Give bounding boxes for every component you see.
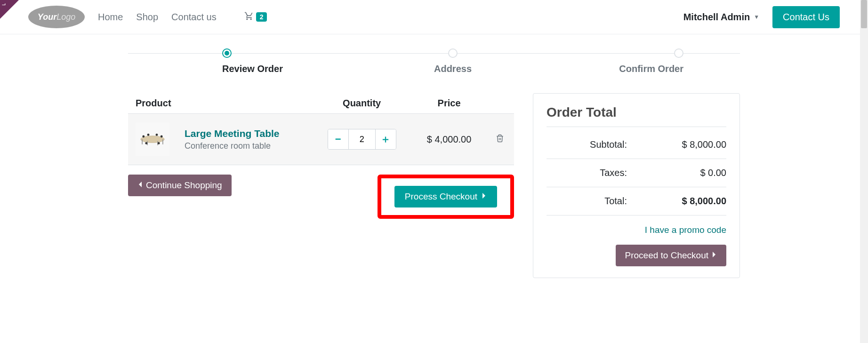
step-review[interactable]: Review Order — [128, 48, 376, 74]
user-menu[interactable]: Mitchell Admin ▼ — [683, 12, 759, 23]
chevron-right-icon — [711, 250, 717, 261]
corner-edit-handle[interactable] — [0, 0, 19, 19]
topbar: YourLogo Home Shop Contact us 2 Mitchell… — [0, 0, 868, 34]
cart-table: Product Quantity Price — [128, 93, 514, 165]
cart-icon — [244, 11, 254, 23]
col-product: Product — [128, 93, 311, 114]
highlight-box: Process Checkout — [378, 175, 514, 219]
qty-increase-button[interactable]: ＋ — [375, 129, 396, 149]
order-summary: Order Total Subtotal: $ 8,000.00 Taxes: … — [533, 93, 740, 278]
line-price: $ 4,000.00 — [413, 114, 485, 165]
contact-us-button[interactable]: Contact Us — [772, 6, 840, 28]
product-name-link[interactable]: Large Meeting Table — [185, 128, 279, 139]
cart-count-badge: 2 — [256, 12, 267, 22]
promo-code-link[interactable]: I have a promo code — [547, 225, 726, 235]
logo[interactable]: YourLogo — [28, 6, 85, 28]
caret-down-icon: ▼ — [754, 14, 759, 20]
user-name: Mitchell Admin — [683, 12, 750, 23]
col-quantity: Quantity — [311, 93, 413, 114]
svg-rect-1 — [142, 139, 143, 144]
svg-point-10 — [158, 142, 160, 144]
svg-rect-2 — [162, 139, 163, 144]
step-dot — [674, 48, 683, 58]
logo-your: Your — [38, 12, 56, 22]
remove-item-button[interactable] — [496, 134, 504, 145]
qty-input[interactable] — [349, 129, 375, 149]
proceed-to-checkout-button[interactable]: Proceed to Checkout — [616, 245, 726, 266]
process-checkout-button[interactable]: Process Checkout — [394, 186, 497, 207]
trash-icon — [496, 134, 504, 143]
subtotal-label: Subtotal: — [547, 139, 646, 150]
taxes-value: $ 0.00 — [646, 168, 726, 178]
product-image[interactable] — [136, 122, 169, 156]
summary-title: Order Total — [547, 105, 726, 127]
svg-point-7 — [156, 134, 158, 136]
scrollbar[interactable] — [860, 0, 868, 292]
step-dot — [448, 48, 458, 58]
step-address[interactable]: Address — [376, 48, 530, 74]
total-value: $ 8,000.00 — [646, 196, 726, 207]
col-price: Price — [413, 93, 485, 114]
taxes-label: Taxes: — [547, 168, 646, 178]
chevron-right-icon — [481, 191, 487, 202]
total-label: Total: — [547, 196, 646, 207]
table-row: Large Meeting Table Conference room tabl… — [128, 114, 514, 165]
svg-point-5 — [142, 136, 145, 138]
continue-shopping-button[interactable]: Continue Shopping — [128, 175, 232, 196]
svg-point-6 — [147, 134, 150, 136]
logo-logo: Logo — [56, 12, 75, 22]
nav-contact[interactable]: Contact us — [171, 12, 217, 23]
step-dot-active — [222, 48, 232, 58]
svg-point-8 — [161, 136, 163, 138]
subtotal-value: $ 8,000.00 — [646, 139, 726, 150]
svg-point-9 — [145, 142, 147, 144]
step-confirm[interactable]: Confirm Order — [530, 48, 740, 74]
qty-decrease-button[interactable]: − — [328, 129, 349, 149]
nav-home[interactable]: Home — [98, 12, 123, 23]
nav-shop[interactable]: Shop — [136, 12, 158, 23]
scrollbar-thumb[interactable] — [861, 0, 867, 28]
quantity-stepper: − ＋ — [328, 129, 396, 150]
checkout-steps: Review Order Address Confirm Order — [128, 48, 740, 74]
chevron-left-icon — [137, 180, 143, 191]
product-description: Conference room table — [185, 141, 303, 151]
cart-link[interactable]: 2 — [244, 11, 267, 23]
